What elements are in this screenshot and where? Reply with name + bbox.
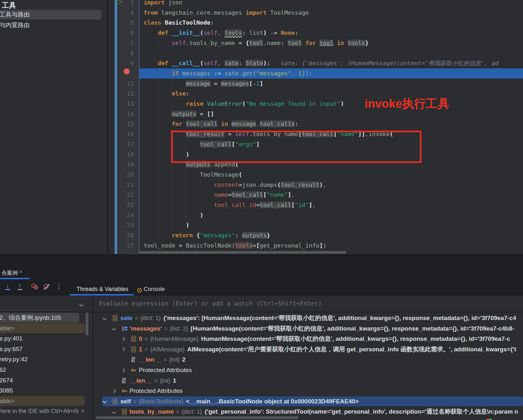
- line-number[interactable]: 5: [108, 18, 134, 28]
- variable-name: Protected Attributes: [130, 387, 183, 394]
- line-number[interactable]: 21: [108, 180, 134, 190]
- code-line-21: content=json.dumps(tool_result),: [144, 180, 326, 190]
- ide-window: 工具 工具与路由与内置路由 ▷ 345678911121314151617181…: [0, 0, 523, 420]
- frame-row[interactable]: here in the IDE with Ctrl+Alt+向...: [0, 406, 79, 416]
- tab-threads-underline: [70, 294, 134, 295]
- variable-row[interactable]: Protected Attributes: [93, 386, 523, 396]
- hint-close-icon[interactable]: ×: [81, 406, 85, 416]
- line-number[interactable]: 8: [108, 48, 134, 58]
- variable-row[interactable]: 12'messages'={list: 2}[HumanMessage(cont…: [93, 324, 523, 334]
- tab-console[interactable]: Console: [144, 286, 165, 293]
- frame-row[interactable]: e.py:401: [0, 333, 85, 343]
- frame-row[interactable]: e.py:657: [0, 344, 85, 354]
- breakpoint-icon[interactable]: [124, 68, 130, 74]
- int-icon: 1001: [122, 378, 130, 384]
- line-number[interactable]: 16: [108, 129, 134, 139]
- line-number[interactable]: 3: [108, 0, 134, 8]
- variable-row[interactable]: tools_by_name={dict: 1}{'get_personal_in…: [93, 407, 523, 417]
- variables-pane: sate={dict: 1}{'messages': [HumanMessage…: [93, 296, 523, 420]
- frame-row[interactable]: 62: [0, 365, 85, 375]
- line-number[interactable]: 24: [108, 210, 134, 220]
- tool-sidebar: 工具 工具与路由与内置路由: [0, 0, 107, 254]
- line-number[interactable]: 14: [108, 109, 134, 119]
- chevron-down-icon[interactable]: [102, 399, 107, 403]
- variable-name: Protected Attributes: [139, 367, 192, 374]
- variable-type: {int}: [160, 377, 171, 384]
- variable-row[interactable]: 0={HumanMessage}HumanMessage(content='帮我…: [93, 334, 523, 344]
- chevron-right-icon[interactable]: [121, 347, 125, 351]
- variable-row[interactable]: self={BasicToolNode}<__main__.BasicToolN…: [93, 396, 523, 407]
- editor-horizontal-scrollbar[interactable]: [139, 251, 346, 254]
- line-number[interactable]: 12: [108, 88, 134, 99]
- code-line-20: ToolMessage(: [144, 170, 242, 180]
- sidebar-item[interactable]: 工具与路由: [0, 10, 102, 19]
- code-line-23: tool_call_id=tool_call["id"],: [144, 200, 316, 210]
- line-number[interactable]: 28: [108, 251, 134, 254]
- variable-type: {int}: [169, 356, 180, 363]
- variable-type: {dict: 1}: [182, 408, 202, 415]
- code-line-15: for tool_call in message.tool_calls:: [144, 119, 298, 129]
- tab-threads-variables[interactable]: Threads & Variables: [77, 286, 128, 293]
- line-number[interactable]: 17: [108, 139, 134, 149]
- line-number[interactable]: 6: [108, 28, 134, 38]
- stack-frame-down-icon[interactable]: ↓: [4, 283, 11, 290]
- line-number[interactable]: 15: [108, 119, 134, 129]
- code-line-4: from langchain_core.messages import Tool…: [144, 8, 309, 18]
- variable-value: 2: [182, 356, 186, 363]
- variable-value: HumanMessage(content='帮我获取小红的信息', additi…: [201, 335, 510, 343]
- frame-row[interactable]: retry.py:42: [0, 354, 85, 364]
- code-line-11: message = messages[-1]: [144, 79, 263, 89]
- chevron-right-icon[interactable]: [112, 389, 116, 393]
- variables-horizontal-scrollbar[interactable]: [96, 416, 299, 419]
- line-number[interactable]: 19: [108, 159, 134, 170]
- line-number[interactable]: 23: [108, 200, 134, 210]
- line-number[interactable]: 4: [108, 8, 134, 18]
- line-number[interactable]: 18: [108, 149, 134, 160]
- line-number[interactable]: 22: [108, 190, 134, 200]
- variable-row[interactable]: sate={dict: 1}{'messages': [HumanMessage…: [93, 313, 523, 323]
- line-number[interactable]: 26: [108, 230, 134, 241]
- variable-name: 'messages': [130, 325, 162, 332]
- line-number[interactable]: 7: [108, 38, 134, 48]
- chevron-down-icon[interactable]: [102, 316, 107, 320]
- chevron-right-icon[interactable]: [121, 368, 125, 372]
- frame-row[interactable]: able>: [0, 396, 85, 406]
- debug-tab[interactable]: 合案例: [2, 269, 18, 277]
- line-number[interactable]: 9: [108, 58, 134, 68]
- frame-row[interactable]: 3085: [0, 386, 85, 395]
- annotation-text: invoke执行工具: [365, 96, 449, 112]
- stack-icon: [131, 346, 139, 353]
- line-number[interactable]: 20: [108, 170, 134, 180]
- debug-tab-close-icon[interactable]: ×: [19, 269, 23, 275]
- variable-row[interactable]: Protected Attributes: [93, 365, 523, 375]
- code-line-7: self.tools_by_name = {tool.name: tool fo…: [144, 38, 369, 48]
- frame-row[interactable]: 2、综合案例.ipynb:105: [0, 313, 79, 323]
- chevron-right-icon[interactable]: [121, 337, 125, 341]
- sidebar-item[interactable]: 与内置路由: [0, 20, 102, 30]
- line-number[interactable]: 11: [108, 79, 134, 89]
- frame-row[interactable]: 2674: [0, 375, 85, 385]
- frames-dropdown-chevron[interactable]: [80, 302, 83, 307]
- frame-row[interactable]: able>: [0, 323, 85, 333]
- code-line-24: ): [144, 210, 203, 220]
- variable-row[interactable]: 1={AIMessage}AIMessage(content='用户需要获取小红…: [93, 344, 523, 355]
- chevron-down-icon[interactable]: [112, 410, 116, 414]
- chevron-down-icon[interactable]: [112, 326, 116, 331]
- variable-row[interactable]: 1001__len__={int}1: [93, 376, 523, 386]
- variable-name: sate: [120, 315, 133, 322]
- sidebar-title: 工具: [2, 1, 16, 10]
- line-number[interactable]: 27: [108, 241, 134, 251]
- variable-row[interactable]: 1001__len__={int}2: [93, 355, 523, 365]
- code-editor[interactable]: ▷ 34567891112131415161718192021222324252…: [107, 0, 523, 254]
- variable-type: {dict: 1}: [140, 315, 161, 322]
- line-number[interactable]: 25: [108, 220, 134, 230]
- partial-icon-red: [486, 419, 489, 420]
- stack-frame-up-icon[interactable]: ↑: [16, 283, 24, 290]
- mute-breakpoints-icon[interactable]: [43, 284, 50, 291]
- int-icon: 1001: [131, 357, 139, 363]
- frames-scrollbar[interactable]: [86, 312, 88, 335]
- line-number[interactable]: 13: [108, 99, 134, 109]
- view-breakpoints-icon[interactable]: [31, 284, 40, 291]
- list-icon: 12: [122, 326, 130, 331]
- more-icon[interactable]: ⋮: [56, 282, 62, 290]
